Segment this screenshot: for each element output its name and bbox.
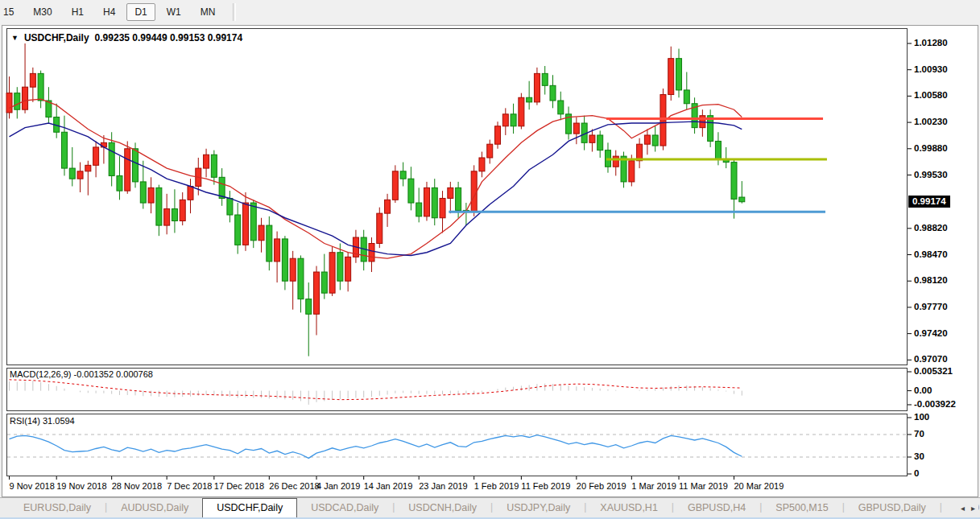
price-tick-label: 0.98820: [914, 223, 948, 233]
price-tick-label: 1.01280: [914, 38, 948, 47]
date-tick-label: 19 Nov 2018: [56, 481, 106, 491]
date-tick-label: 4 Jan 2019: [316, 481, 360, 491]
chart-tabs-bar: EURUSD,Daily|AUDUSD,DailyUSDCHF,DailyUSD…: [0, 497, 980, 518]
tab-sp500-m15[interactable]: SP500,M15: [762, 498, 841, 518]
price-tick-label: 0.97070: [914, 354, 948, 364]
macd-indicator-label: MACD(12,26,9) -0.001352 0.000768: [10, 369, 153, 379]
price-tick-label: 0.99530: [914, 170, 948, 179]
tab-scroll-controls: ◂▸: [954, 498, 978, 518]
tab-usdchf-daily[interactable]: USDCHF,Daily: [202, 498, 297, 518]
date-tick-label: 28 Nov 2018: [112, 481, 162, 491]
tab-usdcnh-daily[interactable]: USDCNH,Daily: [395, 498, 490, 518]
date-tick-label: 20 Mar 2019: [734, 481, 784, 491]
trading-app-window: 15M30H1H4D1W1MN ▼ USDCHF,Daily 0.99235 0…: [0, 0, 980, 519]
price-tick-label: 0.98120: [914, 275, 948, 285]
timeframe-button-mn[interactable]: MN: [192, 3, 224, 21]
rsi-value: 31.0594: [43, 416, 75, 426]
tab-usdjpy-daily[interactable]: USDJPY,Daily: [493, 498, 584, 518]
date-tick-label: 14 Jan 2019: [364, 481, 413, 491]
chart-window: ▼ USDCHF,Daily 0.99235 0.99449 0.99153 0…: [0, 24, 980, 498]
price-tick-label: 1.00230: [914, 117, 948, 126]
timeframe-button-m30[interactable]: M30: [25, 3, 60, 21]
price-tick-label: 0.97770: [914, 302, 948, 311]
rsi-label: RSI(14): [10, 416, 40, 426]
rsi-scale-label: 100: [914, 412, 929, 422]
tab-scroll-left-icon[interactable]: ◂: [961, 504, 965, 513]
date-tick-label: 1 Feb 2019: [474, 481, 519, 491]
date-tick-label: 20 Feb 2019: [577, 481, 626, 491]
timeframe-button-15[interactable]: 15: [0, 3, 22, 21]
tab-usdcad-daily[interactable]: USDCAD,Daily: [297, 498, 392, 518]
toolbar-separator: [233, 3, 236, 21]
timeframe-button-d1[interactable]: D1: [126, 3, 155, 21]
macd-scale-label: -0.003922: [914, 399, 956, 409]
price-tick-label: 0.97420: [914, 328, 948, 338]
timeframe-button-h1[interactable]: H1: [64, 3, 92, 21]
price-tick-label: 1.00580: [914, 90, 948, 100]
chart-symbol-label: USDCHF,Daily: [24, 32, 89, 43]
panel-frames: [7, 29, 908, 476]
rsi-scale-label: 30: [914, 451, 924, 461]
chart-canvas: [0, 24, 980, 498]
tabbar-spacer: [0, 498, 10, 518]
rsi-scale-label: 70: [914, 429, 924, 439]
date-tick-label: 7 Dec 2018: [167, 481, 212, 491]
timeframe-button-w1[interactable]: W1: [159, 3, 189, 21]
macd-scale-label: 0.00: [914, 385, 932, 395]
date-tick-label: 23 Jan 2019: [419, 481, 468, 491]
tab-gbpusd-h4[interactable]: GBPUSD,H4: [674, 498, 759, 518]
rsi-indicator-label: RSI(14) 31.0594: [10, 416, 75, 426]
chart-title: ▼ USDCHF,Daily 0.99235 0.99449 0.99153 0…: [11, 32, 242, 43]
tab-gbpusd-daily[interactable]: GBPUSD,Daily: [845, 498, 940, 518]
date-tick-label: 1 Mar 2019: [631, 481, 676, 491]
timeframe-toolbar: 15M30H1H4D1W1MN: [0, 0, 980, 24]
date-tick-label: 17 Dec 2018: [214, 481, 264, 491]
date-tick-label: 9 Nov 2018: [10, 481, 55, 491]
rsi-scale-label: 0: [914, 468, 919, 478]
tab-eurusd-daily[interactable]: EURUSD,Daily: [10, 498, 105, 518]
timeframe-button-h4[interactable]: H4: [95, 3, 123, 21]
macd-scale-label: 0.005321: [914, 366, 953, 376]
date-tick-label: 26 Dec 2018: [269, 481, 319, 491]
tab-scroll-right-icon[interactable]: ▸: [971, 504, 975, 513]
macd-label: MACD(12,26,9): [10, 369, 71, 379]
price-tick-label: 1.00930: [914, 64, 948, 74]
current-price-badge: 0.99174: [908, 196, 950, 208]
price-tick-label: 0.99880: [914, 143, 948, 153]
price-tick-label: 0.98470: [914, 249, 948, 259]
tab-audusd-daily[interactable]: AUDUSD,Daily: [107, 498, 202, 518]
ohlc-values: 0.99235 0.99449 0.99153 0.99174: [95, 32, 243, 43]
date-tick-label: 11 Feb 2019: [521, 481, 570, 491]
chevron-down-icon[interactable]: ▼: [11, 34, 19, 42]
date-tick-label: 11 Mar 2019: [679, 481, 728, 491]
macd-values: -0.001352 0.000768: [73, 369, 152, 379]
tab-xauusd-h1[interactable]: XAUUSD,H1: [586, 498, 672, 518]
